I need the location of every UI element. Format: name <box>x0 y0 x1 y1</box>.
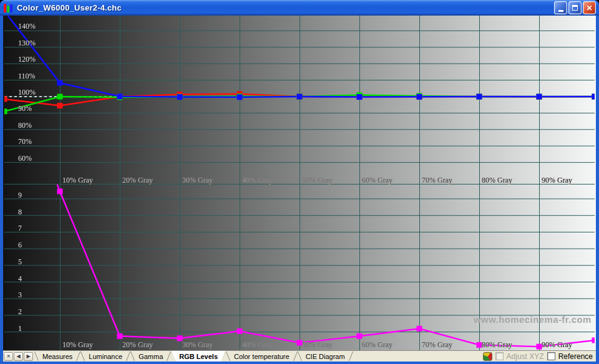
maximize-button[interactable] <box>568 1 582 14</box>
tab-next-button[interactable]: ▶ <box>24 352 33 361</box>
tab-cie-diagram[interactable]: CIE Diagram <box>298 351 353 362</box>
maximize-icon <box>572 5 578 11</box>
reference-label: Reference <box>558 352 593 361</box>
close-icon: ✕ <box>586 4 592 12</box>
tab-gamma[interactable]: Gamma <box>130 351 171 362</box>
sensor-icon <box>483 352 492 361</box>
adjust-xyz-checkbox[interactable] <box>495 352 504 360</box>
watermark: www.homecinema-fr.com <box>474 314 592 325</box>
tabbar-right-controls: Adjust XYZ Reference <box>483 351 596 362</box>
tab-rgb-levels[interactable]: RGB Levels <box>171 351 226 362</box>
tab-close-button[interactable]: ✕ <box>4 352 13 361</box>
minimize-button[interactable] <box>554 1 567 14</box>
close-button[interactable]: ✕ <box>583 1 596 14</box>
tab-color-temperature[interactable]: Color temperature <box>226 351 298 362</box>
bottom-tab-bar: ✕ ◀ ▶ MeasuresLuminanceGammaRGB LevelsCo… <box>3 350 596 362</box>
app-window: Color_W6000_User2-4.chc ✕ www.homecinema… <box>0 0 599 364</box>
window-title: Color_W6000_User2-4.chc <box>17 3 553 12</box>
adjust-xyz-label: Adjust XYZ <box>507 352 544 361</box>
minimize-icon <box>558 10 563 12</box>
view-tabs: MeasuresLuminanceGammaRGB LevelsColor te… <box>34 351 353 362</box>
rgb-levels-chart <box>4 16 595 184</box>
delta-chart <box>4 184 595 350</box>
app-icon <box>4 3 14 12</box>
title-bar: Color_W6000_User2-4.chc ✕ <box>0 0 599 16</box>
tab-prev-button[interactable]: ◀ <box>14 352 23 361</box>
tab-measures[interactable]: Measures <box>34 351 80 362</box>
tab-luminance[interactable]: Luminance <box>80 351 130 362</box>
chart-client-area: www.homecinema-fr.com 140%130%120%110%10… <box>3 16 596 350</box>
reference-checkbox[interactable] <box>547 352 555 360</box>
tab-nav-buttons: ✕ ◀ ▶ <box>3 351 34 362</box>
